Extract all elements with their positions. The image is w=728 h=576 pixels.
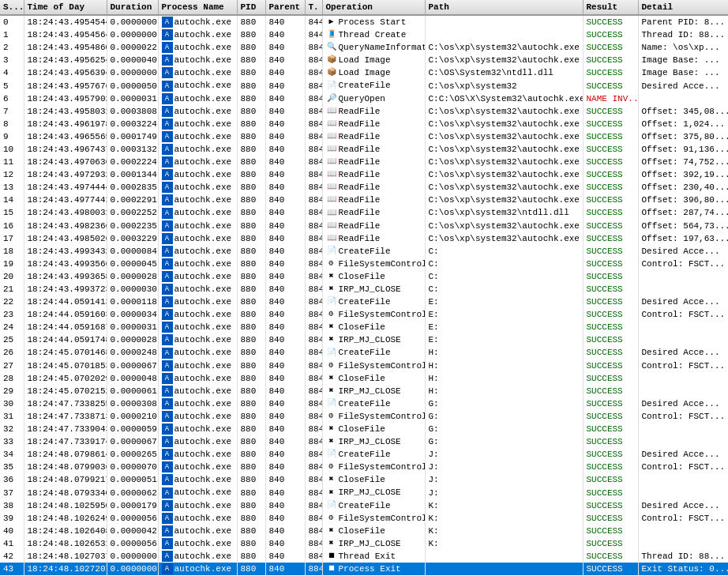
table-row[interactable]: 518:24:43.49576760.0000050Aautochk.exe88… <box>0 79 728 92</box>
detail-cell <box>638 486 728 499</box>
ppid-cell: 840 <box>265 512 305 525</box>
detail-cell: Control: FSCT... <box>638 258 728 270</box>
table-row[interactable]: 3418:24:48.07986140.0000265Aautochk.exe8… <box>0 448 728 461</box>
col-header-proc[interactable]: Process Name <box>158 0 237 15</box>
process-name-text: autochk.exe <box>174 94 232 104</box>
table-row[interactable]: 1918:24:43.49935660.0000045Aautochk.exe8… <box>0 258 728 270</box>
table-row[interactable]: 3218:24:47.73390430.0000059Aautochk.exe8… <box>0 423 728 435</box>
op-icon: ✖ <box>326 386 337 397</box>
op-icon: 📖 <box>326 119 337 130</box>
table-row[interactable]: 2618:24:45.07014680.0000248Aautochk.exe8… <box>0 346 728 359</box>
table-row[interactable]: 3318:24:47.73391740.0000067Aautochk.exe8… <box>0 435 728 448</box>
process-icon: A <box>162 360 173 371</box>
table-row[interactable]: 3918:24:48.10262490.0000056Aautochk.exe8… <box>0 512 728 525</box>
table-row[interactable]: 2718:24:45.07018530.0000067Aautochk.exe8… <box>0 360 728 372</box>
detail-cell <box>638 283 728 296</box>
col-header-detail[interactable]: Detail <box>638 0 728 15</box>
table-row[interactable]: 2418:24:44.05916870.0000031Aautochk.exe8… <box>0 321 728 333</box>
table-row[interactable]: 3118:24:47.73387130.0000210Aautochk.exe8… <box>0 410 728 423</box>
table-row[interactable]: 1718:24:43.49850260.0003229Aautochk.exe8… <box>0 232 728 245</box>
col-header-dur[interactable]: Duration <box>107 0 158 15</box>
table-row[interactable]: 018:24:43.49545440.0000000Aautochk.exe88… <box>0 15 728 28</box>
process-icon: A <box>162 488 173 499</box>
detail-cell: Thread ID: 88... <box>638 28 728 41</box>
table-row[interactable]: 1818:24:43.49934320.0000084Aautochk.exe8… <box>0 245 728 258</box>
col-header-op[interactable]: Operation <box>322 0 425 15</box>
table-row[interactable]: 218:24:43.49548600.0000022Aautochk.exe88… <box>0 41 728 54</box>
table-row[interactable]: 2918:24:45.07021520.0000061Aautochk.exe8… <box>0 385 728 397</box>
result-cell: SUCCESS <box>583 194 638 206</box>
table-row[interactable]: 818:24:43.49619780.0003224Aautochk.exe88… <box>0 118 728 130</box>
table-row[interactable]: 1018:24:43.49674370.0003132Aautochk.exe8… <box>0 143 728 156</box>
op-icon: 📄 <box>326 500 337 511</box>
col-header-pid[interactable]: PID <box>237 0 265 15</box>
process-icon: A <box>162 449 173 460</box>
process-monitor-table[interactable]: S...Time of DayDurationProcess NamePIDPa… <box>0 0 728 576</box>
table-row[interactable]: 2518:24:44.05917480.0000028Aautochk.exe8… <box>0 333 728 346</box>
table-row[interactable]: 3518:24:48.07990360.0000070Aautochk.exe8… <box>0 461 728 473</box>
process-name-text: autochk.exe <box>174 488 232 497</box>
table-row[interactable]: 3018:24:47.73382550.0000308Aautochk.exe8… <box>0 397 728 410</box>
pid-cell: 880 <box>237 385 265 397</box>
proc-cell: Aautochk.exe <box>158 448 237 461</box>
table-row[interactable]: 4218:24:48.10270370.0000000Aautochk.exe8… <box>0 550 728 563</box>
pid-cell: 880 <box>237 435 265 448</box>
col-header-seq[interactable]: S... <box>0 0 24 15</box>
table-row[interactable]: 418:24:43.49563940.0000000Aautochk.exe88… <box>0 66 728 79</box>
table-row[interactable]: 3818:24:48.10259500.0000179Aautochk.exe8… <box>0 499 728 512</box>
table-row[interactable]: 1418:24:43.49774410.0002291Aautochk.exe8… <box>0 194 728 206</box>
op-cell: ⚙FileSystemControl <box>322 360 425 372</box>
table-row[interactable]: 2118:24:43.49937230.0000030Aautochk.exe8… <box>0 283 728 296</box>
col-header-time[interactable]: Time of Day <box>24 0 107 15</box>
path-cell: C:\os\xp\system32\autochk.exe <box>425 181 583 194</box>
path-cell: E: <box>425 321 583 333</box>
op-icon: ⏹ <box>326 563 337 574</box>
path-cell: K: <box>425 512 583 525</box>
op-cell: 📖ReadFile <box>322 181 425 194</box>
t-cell: 884 <box>305 194 322 206</box>
process-name-text: autochk.exe <box>174 322 232 332</box>
op-name-text: IRP_MJ_CLOSE <box>339 437 401 446</box>
table-row[interactable]: 2818:24:45.07020290.0000048Aautochk.exe8… <box>0 372 728 385</box>
col-header-t[interactable]: T. <box>305 0 322 15</box>
op-cell: ✖CloseFile <box>322 423 425 435</box>
col-header-ppid[interactable]: Parent PID <box>265 0 305 15</box>
op-cell: 📄CreateFile <box>322 245 425 258</box>
proc-cell: Aautochk.exe <box>158 385 237 397</box>
col-header-result[interactable]: Result <box>583 0 638 15</box>
table-row[interactable]: 2218:24:44.05914130.0000118Aautochk.exe8… <box>0 296 728 308</box>
table-row[interactable]: 318:24:43.49562540.0000040Aautochk.exe88… <box>0 54 728 66</box>
table-row[interactable]: 2018:24:43.49936580.0000028Aautochk.exe8… <box>0 270 728 283</box>
t-cell: 884 <box>305 321 322 333</box>
dur-cell: 0.0003132 <box>107 143 158 156</box>
table-row[interactable]: 3618:24:48.07992170.0000051Aautochk.exe8… <box>0 473 728 486</box>
table-row[interactable]: 618:24:43.49579020.0000031Aautochk.exe88… <box>0 92 728 105</box>
table-row[interactable]: 118:24:43.49545640.0000000Aautochk.exe88… <box>0 28 728 41</box>
col-header-path[interactable]: Path <box>425 0 583 15</box>
table-row[interactable]: 1118:24:43.49706360.0002224Aautochk.exe8… <box>0 156 728 168</box>
dur-cell: 0.0000051 <box>107 473 158 486</box>
op-name-text: CreateFile <box>339 348 391 357</box>
seq-cell: 30 <box>0 397 24 410</box>
table-row[interactable]: 2318:24:44.05916030.0000034Aautochk.exe8… <box>0 308 728 321</box>
t-cell: 884 <box>305 423 322 435</box>
op-icon: ✖ <box>326 525 337 536</box>
table-row[interactable]: 1618:24:43.49823660.0002235Aautochk.exe8… <box>0 220 728 232</box>
time-cell: 18:24:43.4980031 <box>24 206 107 219</box>
table-row[interactable]: 1518:24:43.49800310.0002252Aautochk.exe8… <box>0 206 728 219</box>
table-row[interactable]: 4018:24:48.10264080.0000042Aautochk.exe8… <box>0 525 728 537</box>
time-cell: 18:24:48.1027037 <box>24 550 107 563</box>
table-row[interactable]: 1318:24:43.49744440.0002835Aautochk.exe8… <box>0 181 728 194</box>
dur-cell: 0.0000028 <box>107 270 158 283</box>
table-row[interactable]: 1218:24:43.49729320.0001344Aautochk.exe8… <box>0 168 728 181</box>
table-row[interactable]: 4318:24:48.10272070.0000000Aautochk.exe8… <box>0 563 728 575</box>
table-row[interactable]: 718:24:43.49580310.0003808Aautochk.exe88… <box>0 105 728 118</box>
t-cell: 884 <box>305 486 322 499</box>
ppid-cell: 840 <box>265 410 305 423</box>
table-row[interactable]: 918:24:43.49655650.0001749Aautochk.exe88… <box>0 130 728 143</box>
detail-cell: Image Base: ... <box>638 54 728 66</box>
table-row[interactable]: 4118:24:48.10265310.0000056Aautochk.exe8… <box>0 537 728 550</box>
table-row[interactable]: 3718:24:48.07933400.0000062Aautochk.exe8… <box>0 486 728 499</box>
time-cell: 18:24:45.0702029 <box>24 372 107 385</box>
op-cell: ✖IRP_MJ_CLOSE <box>322 435 425 448</box>
